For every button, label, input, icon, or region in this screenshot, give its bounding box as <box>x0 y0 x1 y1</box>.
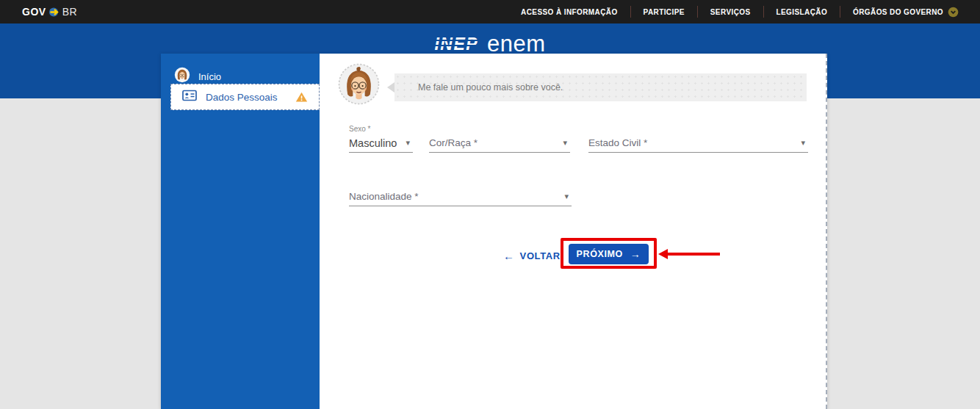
proximo-button-label: PRÓXIMO <box>577 249 623 259</box>
wizard-sidebar: Início Dados Pessoais <box>161 54 320 409</box>
govbr-arrow-icon <box>48 7 61 17</box>
nacionalidade-label: Nacionalidade * <box>349 191 419 202</box>
voltar-button[interactable]: ← VOLTAR <box>503 247 561 264</box>
topnav-servicos[interactable]: SERVIÇOS <box>697 6 763 18</box>
warning-triangle-icon <box>295 91 308 103</box>
enem-enrollment-page: GOV BR ACESSO À INFORMAÇÃO PARTICIPE SER… <box>0 0 980 409</box>
cor-raca-label: Cor/Raça * <box>429 137 478 148</box>
id-card-icon <box>182 90 197 104</box>
chevron-down-icon[interactable]: ▾ <box>801 138 808 148</box>
inep-logo-stripe <box>433 45 480 47</box>
chevron-down-icon[interactable]: ▾ <box>563 138 570 148</box>
nacionalidade-select[interactable]: Nacionalidade * ▾ <box>349 189 572 206</box>
sidebar-item-inicio[interactable]: Início <box>174 68 320 85</box>
assistant-avatar <box>338 63 380 108</box>
govbr-topnav: ACESSO À INFORMAÇÃO PARTICIPE SERVIÇOS L… <box>508 0 971 23</box>
inep-logo-stripe <box>433 40 480 42</box>
sexo-value: Masculino <box>349 137 397 149</box>
topnav-orgaos-governo[interactable]: ÓRGÃOS DO GOVERNO <box>840 6 971 18</box>
arrow-left-icon: ← <box>503 250 515 262</box>
topnav-legislacao[interactable]: LEGISLAÇÃO <box>763 6 840 18</box>
sidebar-item-dados-pessoais-label: Dados Pessoais <box>206 92 278 103</box>
sidebar-item-dados-pessoais[interactable]: Dados Pessoais <box>170 84 320 110</box>
govbr-topbar: GOV BR ACESSO À INFORMAÇÃO PARTICIPE SER… <box>0 0 980 23</box>
sexo-label: Sexo * <box>349 125 413 135</box>
estado-civil-select[interactable]: Estado Civil * ▾ <box>588 135 808 153</box>
annotation-arrow-line <box>667 253 720 256</box>
sexo-select[interactable]: Sexo * Masculino ▾ <box>349 125 413 153</box>
estado-civil-label: Estado Civil * <box>588 137 647 148</box>
annotation-arrow-head <box>658 249 668 259</box>
sidebar-item-inicio-label: Início <box>198 71 221 82</box>
inep-enem-logo: INEP enem <box>0 32 980 57</box>
topnav-participe[interactable]: PARTICIPE <box>630 6 697 18</box>
cor-raca-select[interactable]: Cor/Raça * ▾ <box>429 135 570 153</box>
assistant-message: Me fale um pouco mais sobre você. <box>418 82 563 93</box>
assistant-speech-bubble: Me fale um pouco mais sobre você. <box>394 73 807 101</box>
voltar-button-label: VOLTAR <box>520 250 561 261</box>
arrow-right-icon: → <box>630 248 641 260</box>
topnav-acesso-informacao[interactable]: ACESSO À INFORMAÇÃO <box>508 6 630 18</box>
enrollment-card: Início Dados Pessoais <box>161 54 827 409</box>
chevron-down-icon[interactable]: ▾ <box>406 138 413 148</box>
form-content: Me fale um pouco mais sobre você. Sexo *… <box>320 54 826 409</box>
govbr-logo-gov: GOV <box>22 6 46 18</box>
govbr-logo-br: BR <box>62 6 77 18</box>
proximo-button[interactable]: PRÓXIMO → <box>569 244 649 264</box>
chevron-down-icon[interactable]: ▾ <box>564 192 572 201</box>
govbr-logo[interactable]: GOV BR <box>22 6 77 18</box>
topnav-orgaos-governo-label: ÓRGÃOS DO GOVERNO <box>853 8 943 16</box>
inep-logo[interactable]: INEP <box>434 35 478 54</box>
speech-bubble-tail <box>387 82 394 93</box>
chevron-down-circle-icon[interactable] <box>948 7 959 18</box>
